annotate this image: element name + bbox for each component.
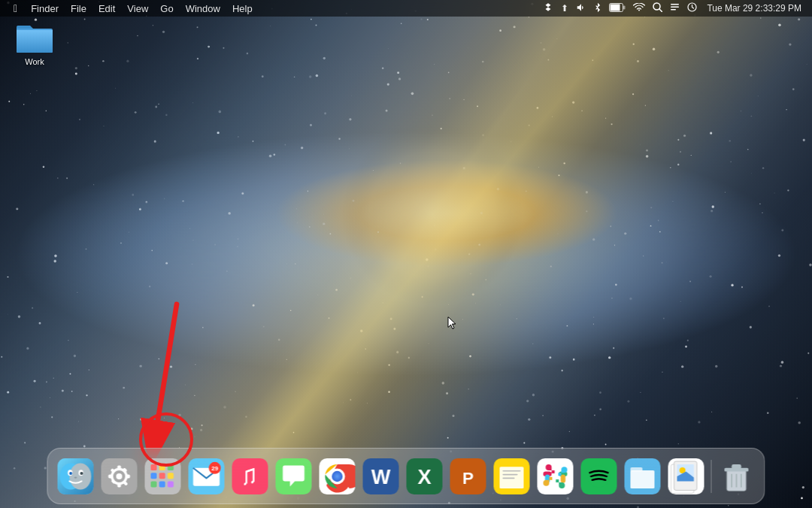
menubar-left:  Finder File Edit View Go Window Help (6, 0, 259, 17)
spotlight-icon[interactable] (650, 2, 665, 14)
svg-rect-39 (151, 481, 157, 487)
window-menu[interactable]: Window (180, 0, 226, 17)
svg-rect-6 (671, 7, 679, 8)
dock-system-preferences[interactable] (99, 456, 140, 497)
dock-files[interactable] (623, 456, 663, 497)
work-folder[interactable]: Work (5, 18, 65, 69)
dock-messages[interactable] (274, 456, 314, 497)
svg-rect-62 (503, 477, 515, 479)
svg-rect-7 (671, 9, 676, 11)
dock-excel[interactable]: X (404, 456, 445, 497)
wifi-icon[interactable] (631, 3, 647, 14)
svg-rect-2 (623, 5, 626, 9)
svg-text:X: X (417, 464, 431, 488)
svg-rect-59 (500, 467, 524, 488)
svg-rect-71 (631, 470, 655, 488)
svg-line-4 (659, 9, 662, 12)
svg-rect-24 (117, 465, 121, 470)
edit-menu[interactable]: Edit (92, 0, 121, 17)
go-menu[interactable]: Go (154, 0, 179, 17)
svg-rect-41 (168, 481, 174, 487)
battery-icon[interactable] (607, 3, 628, 14)
svg-rect-26 (108, 474, 113, 478)
dock-finder[interactable] (56, 456, 96, 497)
svg-rect-61 (503, 473, 518, 475)
svg-point-18 (80, 472, 83, 475)
desktop (0, 0, 812, 508)
apple-menu[interactable]:  (6, 0, 25, 17)
svg-rect-1 (611, 4, 620, 11)
svg-rect-63 (538, 458, 574, 494)
folder-label: Work (8, 57, 61, 66)
dock-word[interactable]: W (361, 456, 401, 497)
galaxy-band (0, 0, 812, 508)
finder-menu[interactable]: Finder (25, 0, 65, 17)
svg-rect-35 (168, 464, 174, 470)
svg-point-51 (332, 470, 342, 481)
dock: 29 (47, 448, 765, 504)
svg-rect-5 (671, 4, 679, 5)
bluetooth-icon[interactable] (592, 2, 604, 15)
dock-slack[interactable] (535, 456, 576, 497)
svg-rect-25 (117, 482, 121, 487)
dock-notes[interactable] (492, 456, 532, 497)
dock-separator (711, 460, 712, 493)
svg-rect-81 (732, 464, 741, 469)
svg-point-23 (117, 473, 123, 479)
svg-rect-38 (168, 473, 174, 479)
svg-rect-60 (503, 470, 521, 472)
svg-rect-67 (561, 474, 565, 482)
clock: Tue Mar 29 2:33:29 PM (702, 3, 806, 14)
svg-point-17 (69, 472, 72, 475)
dock-chrome[interactable] (317, 456, 358, 497)
dropbox-icon[interactable] (541, 2, 556, 15)
dock-music[interactable] (230, 456, 271, 497)
view-menu[interactable]: View (121, 0, 154, 17)
dock-trash[interactable] (717, 456, 757, 497)
dock-mail[interactable]: 29 (186, 456, 227, 497)
svg-rect-40 (159, 481, 165, 487)
svg-rect-36 (151, 473, 157, 479)
svg-point-14 (70, 463, 92, 489)
stars-background (0, 0, 812, 508)
dock-spotify[interactable] (579, 456, 620, 497)
svg-text:29: 29 (211, 465, 218, 472)
notification-icon[interactable] (668, 2, 682, 14)
upload-icon[interactable]: ⬆ (559, 3, 571, 14)
svg-rect-33 (151, 464, 157, 470)
folder-icon (15, 21, 54, 54)
volume-icon[interactable] (574, 2, 589, 15)
svg-rect-72 (631, 467, 643, 472)
svg-text:P: P (462, 468, 474, 487)
svg-rect-34 (159, 464, 165, 470)
svg-text:W: W (371, 464, 391, 488)
menubar-right: ⬆ Tue Mar 29 2:33:29 PM (541, 2, 806, 15)
dock-launchpad[interactable] (143, 456, 183, 497)
dock-powerpoint[interactable]: P (448, 456, 489, 497)
help-menu[interactable]: Help (226, 0, 259, 17)
svg-rect-37 (159, 473, 165, 479)
galaxy-overlay (0, 0, 812, 508)
svg-point-19 (74, 476, 77, 478)
menubar:  Finder File Edit View Go Window Help ⬆ (0, 0, 812, 17)
svg-rect-46 (232, 458, 268, 494)
svg-rect-27 (126, 474, 130, 478)
time-machine-icon[interactable] (685, 2, 699, 14)
dock-preview[interactable] (666, 456, 707, 497)
file-menu[interactable]: File (65, 0, 92, 17)
